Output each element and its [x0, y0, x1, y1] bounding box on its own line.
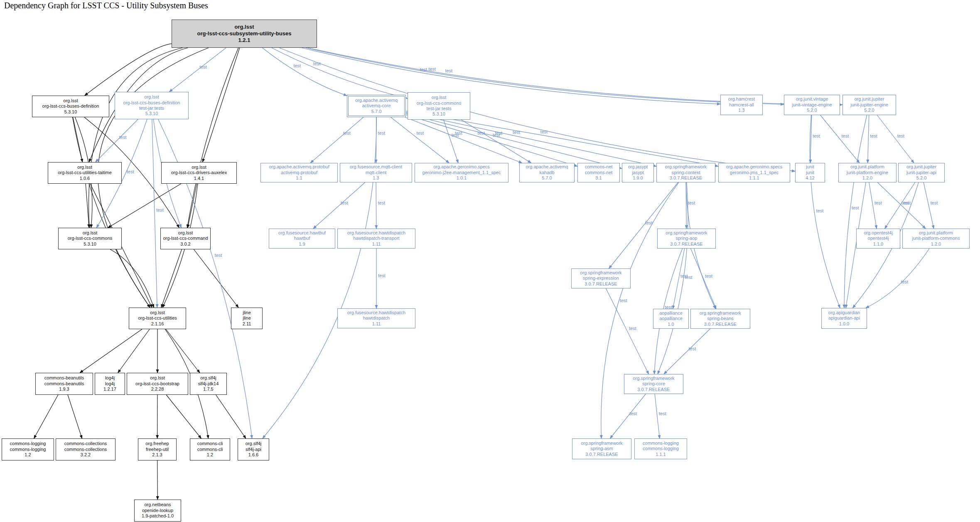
node-label-line: commons-beanutils	[44, 381, 84, 387]
node-label-line: spring-aop	[676, 236, 698, 241]
edge-jupiterengine-platformengine	[868, 115, 869, 163]
edge-label-test: test	[428, 66, 436, 71]
node-label-line: 2.11	[243, 321, 251, 327]
node-label-line: org-lsst-ccs-utilities	[138, 315, 177, 321]
node-label-line: org.junit.jupiter	[854, 96, 884, 102]
edge-vintage-apiguardian	[810, 115, 840, 308]
node-label-line: junit	[806, 170, 814, 175]
node-label-line: org.junit.vintage	[796, 96, 828, 102]
node-label-line: 5.3.10	[432, 111, 445, 117]
node-platformcommons: org.junit.platformjunit-platform-commons…	[902, 229, 970, 249]
node-freehep: org.freehepfreehep-util2.1.3	[138, 438, 177, 460]
node-label-line: commons-cli	[197, 447, 223, 452]
edge-mqttclient-hawtbuf	[313, 182, 365, 229]
node-label-line: commons-logging	[643, 446, 679, 451]
node-label-line: junit-jupiter-engine	[850, 102, 888, 108]
edge-label-test: test	[343, 130, 351, 135]
node-label-line: commons-beanutils	[44, 375, 84, 381]
edge-busesdeftests-taitime	[96, 119, 138, 162]
edge-auxelex-ccscommons	[108, 184, 181, 228]
node-label-line: org.springframework	[581, 441, 622, 446]
node-label-line: 1.3	[738, 108, 744, 113]
node-label-line: org.lsst	[63, 98, 78, 103]
edge-label-test: test	[813, 133, 820, 138]
node-label-line: spring-context	[671, 170, 700, 175]
node-label-line: jasypt	[632, 170, 644, 175]
node-label-line: 3.2.2	[81, 452, 91, 458]
node-commonstests: org.lsstorg-lsst-ccs-commonstest-jar:tes…	[408, 92, 470, 120]
node-command: org.lsstorg-lsst-ccs-command3.0.2	[160, 228, 211, 249]
edge-label-test: test	[540, 129, 548, 134]
node-label-line: mqtt-client	[366, 170, 387, 175]
node-label-line: 5.7.0	[542, 175, 552, 181]
node-slf4japi: org.slf4jslf4j-api1.6.6	[238, 438, 269, 460]
node-label-line: org.junit.jupiter	[906, 164, 936, 170]
node-label-line: org.lsst	[235, 24, 254, 30]
edge-label-test: test	[629, 326, 636, 331]
edge-springexpression-springcore	[606, 288, 649, 374]
edge-label-test: test	[378, 130, 386, 135]
edge-jupiterapi-platformcommons	[924, 182, 934, 229]
node-label-line: slf4j-jdk14	[198, 381, 219, 387]
node-jline: jlinejline2.11	[231, 308, 263, 329]
edge-label-test: test	[659, 411, 666, 416]
node-label-line: org.jasypt	[628, 164, 648, 170]
node-beanutils: commons-beanutilscommons-beanutils1.9.3	[35, 373, 93, 395]
node-label-line: 1.1.1	[656, 452, 666, 457]
node-label-line: 1.0.1	[457, 175, 467, 181]
node-label-line: jline	[243, 315, 251, 321]
node-label-line: jline	[243, 310, 251, 315]
node-label-line: 3.0.7.RELEASE	[585, 281, 617, 287]
edge-jupiterapi-opentest4j	[885, 182, 915, 229]
node-springcore: org.springframeworkspring-core3.0.7.RELE…	[624, 374, 683, 394]
edge-springcontext-springexpression	[609, 182, 678, 268]
node-label-line: org.slf4j	[246, 441, 262, 446]
edge-slf4jjdk14-slf4japi	[216, 395, 246, 438]
node-slf4jjdk14: org.slf4jslf4j-jdk141.7.5	[190, 373, 227, 395]
node-label-line: junit-vintage-engine	[792, 102, 832, 108]
node-label-line: 3.1	[595, 175, 602, 181]
node-activemqcore: org.apache.activemqactivemq-core5.7.0	[347, 95, 406, 117]
edge-ccsutilities-slf4jjdk14	[166, 329, 200, 373]
edge-label-test: test	[493, 133, 500, 138]
node-label-line: 1.9	[299, 241, 305, 247]
node-label-line: org.lsst	[77, 165, 92, 170]
node-label-line: 1.1.1	[749, 175, 759, 181]
edge-freehep-netbeans	[157, 460, 158, 500]
edge-label-test: test	[680, 273, 688, 278]
node-label-line: org-lsst-ccs-commons	[417, 101, 462, 106]
edge-root-busesdef	[85, 44, 172, 96]
edge-label-test: test	[378, 273, 386, 278]
edge-label-test: test	[870, 133, 877, 138]
node-label-line: org.apiguardian	[828, 310, 860, 315]
edge-ccsutilities-log4j	[118, 329, 150, 373]
node-label-line: org.fusesource.hawtbuf	[278, 230, 326, 236]
node-label-line: 1.0	[668, 322, 674, 327]
node-label-line: 1.9-patched-1.0	[142, 513, 174, 519]
node-label-line: 1.7.5	[203, 387, 213, 392]
edge-ccscommons-ccsutilities	[110, 249, 154, 308]
node-platformengine: org.junit.platformjunit-platform-engine1…	[838, 163, 896, 182]
node-label-line: 5.3.10	[145, 111, 158, 116]
node-label-line: 3.0.7.RELEASE	[670, 241, 702, 247]
edge-platformcommons-apiguardian	[866, 249, 929, 308]
node-auxelex: org.lsstorg-lsst-ccs-drivers-auxelex1.4.…	[161, 162, 237, 184]
node-netbeans: org.netbeansopenide-lookup1.9-patched-1.…	[134, 500, 181, 522]
node-label-line: 1.4.1	[194, 176, 204, 181]
node-label-line: commons-collections	[64, 441, 107, 446]
node-label-line: 3.0.7.RELEASE	[637, 387, 670, 392]
edge-busesdef-ccsutilities	[73, 117, 150, 308]
node-ccollections: commons-collectionscommons-collections3.…	[56, 438, 115, 460]
node-label-line: 1.2.17	[103, 387, 116, 392]
node-label-line: org.slf4j	[200, 375, 216, 381]
edge-activemqcore-geronimoj2ee	[391, 117, 449, 163]
node-label-line: apiguardian-api	[828, 315, 860, 321]
node-label-line: hawtbuf	[294, 236, 310, 241]
node-label-line: 1.11	[372, 321, 381, 327]
node-mqttclient: org.fusesource.mqtt-clientmqtt-client1.3	[340, 163, 412, 182]
node-vintage: org.junit.vintagejunit-vintage-engine5.2…	[784, 95, 840, 115]
node-commonsnet: commons-netcommons-net3.1	[577, 163, 620, 182]
node-label-line: org.lsst	[83, 230, 97, 236]
node-log4j: log4jlog4j1.2.17	[95, 373, 125, 395]
node-label-line: 1.2.0	[931, 241, 941, 247]
